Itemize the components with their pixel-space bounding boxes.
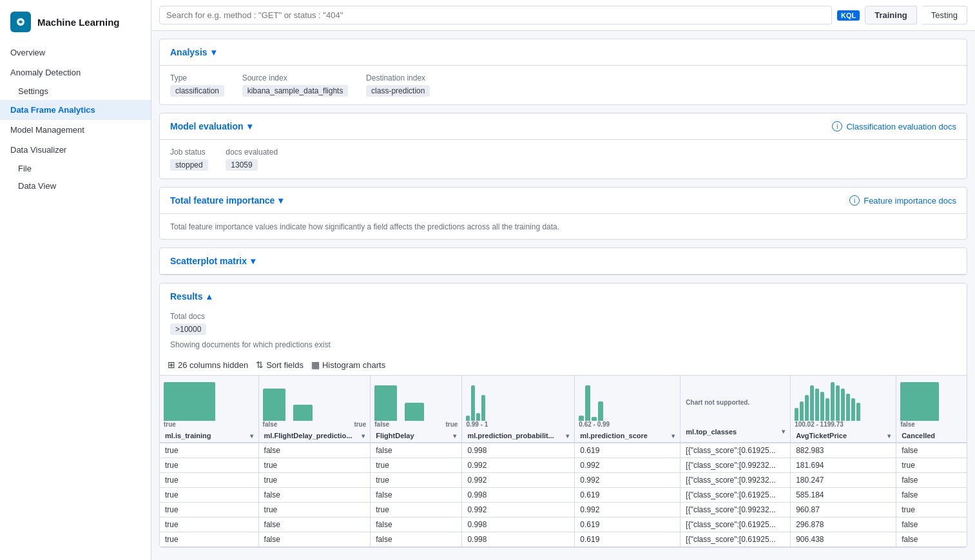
- cell-row5-col1: false: [258, 517, 371, 532]
- cell-row5-col4: 0.619: [575, 517, 681, 532]
- cell-row0-col4: 0.619: [575, 443, 681, 458]
- results-body-top: Total docs >10000: [160, 304, 967, 340]
- cell-row4-col7: true: [896, 503, 967, 517]
- histogram-charts-btn[interactable]: ▦ Histogram charts: [311, 360, 385, 370]
- total-docs-value: >10000: [170, 323, 206, 335]
- job-status-value: stopped: [170, 159, 208, 171]
- cell-row3-col1: false: [258, 488, 371, 503]
- cell-row6-col4: 0.619: [575, 532, 681, 547]
- table-row: truetruetrue0.9920.992[{"class_score":[0…: [160, 458, 967, 473]
- table-row: truefalsefalse0.9980.619[{"class_score":…: [160, 532, 967, 547]
- sidebar-header: Machine Learning: [0, 5, 151, 43]
- results-header: Results: [160, 284, 967, 304]
- sidebar-item-data-frame-analytics[interactable]: Data Frame Analytics: [0, 100, 151, 120]
- col-is-training-chevron: ▾: [250, 432, 253, 439]
- feature-importance-docs-link[interactable]: i Feature importance docs: [849, 195, 956, 206]
- cell-row0-col1: false: [258, 443, 371, 458]
- col-cancelled: false Cancelled: [896, 376, 967, 443]
- sidebar-item-model-management[interactable]: Model Management: [0, 120, 151, 140]
- kql-badge[interactable]: KQL: [837, 10, 860, 21]
- sort-fields-btn[interactable]: ⇅ Sort fields: [256, 360, 304, 370]
- scatterplot-section: Scatterplot matrix: [159, 247, 967, 275]
- model-eval-chevron: [247, 121, 252, 131]
- cell-row0-col2: false: [371, 443, 462, 458]
- classification-eval-docs-link[interactable]: i Classification evaluation docs: [832, 121, 956, 131]
- cell-row1-col4: 0.992: [575, 458, 681, 473]
- sidebar-item-overview[interactable]: Overview: [0, 43, 151, 63]
- cell-row1-col0: true: [160, 458, 258, 473]
- cell-row2-col1: true: [258, 473, 371, 488]
- cell-row2-col5: [{"class_score":[0.99232...: [681, 473, 791, 488]
- sidebar-item-data-view[interactable]: Data View: [0, 177, 151, 195]
- sidebar-item-anomaly-detection[interactable]: Anomaly Detection: [0, 63, 151, 82]
- model-evaluation-section: Model evaluation i Classification evalua…: [159, 113, 967, 179]
- cell-row5-col3: 0.998: [462, 517, 575, 532]
- cell-row5-col7: false: [896, 517, 967, 532]
- cell-row4-col5: [{"class_score":[0.99232...: [681, 503, 791, 517]
- sidebar-item-file[interactable]: File: [0, 160, 151, 177]
- cell-row0-col5: [{"class_score":[0.61925...: [681, 443, 791, 458]
- info-icon: i: [832, 121, 842, 131]
- cell-row1-col2: true: [371, 458, 462, 473]
- cell-row3-col4: 0.619: [575, 488, 681, 503]
- scatterplot-header: Scatterplot matrix: [160, 248, 967, 275]
- feature-importance-section: Total feature importance i Feature impor…: [159, 187, 967, 240]
- cell-row6-col5: [{"class_score":[0.61925...: [681, 532, 791, 547]
- col-top-classes: Chart not supported. ml.top_classes ▾: [681, 376, 791, 443]
- col-flight-delay-chevron: ▾: [453, 432, 456, 439]
- results-table-wrap: true ml.is_training ▾: [160, 376, 967, 547]
- results-title[interactable]: Results: [170, 291, 956, 302]
- cell-row6-col0: true: [160, 532, 258, 547]
- cell-row6-col1: false: [258, 532, 371, 547]
- cell-row3-col0: true: [160, 488, 258, 503]
- columns-hidden-toggle[interactable]: ⊞ 26 columns hidden: [168, 360, 248, 370]
- col-pred-score: 0.62 - 0.99 ml.prediction_score ▾: [575, 376, 681, 443]
- col-avg-ticket-price: 100.02 - 1199.73 AvgTicketPrice ▾: [791, 376, 896, 443]
- cell-row5-col0: true: [160, 517, 258, 532]
- cell-row0-col3: 0.998: [462, 443, 575, 458]
- cell-row5-col6: 296.878: [791, 517, 896, 532]
- results-toolbar: ⊞ 26 columns hidden ⇅ Sort fields ▦ Hist…: [160, 354, 967, 376]
- cell-row2-col7: false: [896, 473, 967, 488]
- sidebar: Machine Learning Overview Anomaly Detect…: [0, 0, 151, 560]
- dest-index-field: Destination index class-prediction: [366, 73, 430, 97]
- table-row: truefalsefalse0.9980.619[{"class_score":…: [160, 443, 967, 458]
- dest-index-value: class-prediction: [366, 85, 430, 97]
- cell-row6-col3: 0.998: [462, 532, 575, 547]
- col-pred-prob-chevron: ▾: [566, 432, 569, 439]
- col-pred-prob: 0.99 - 1 ml.prediction_probabilit... ▾: [462, 376, 575, 443]
- col-avg-ticket-chevron: ▾: [887, 432, 891, 439]
- docs-evaluated-field: docs evaluated 13059: [226, 148, 278, 171]
- training-tab[interactable]: Training: [865, 6, 917, 24]
- main-content: KQL Training Testing Analysis Type class…: [151, 0, 975, 560]
- analysis-title[interactable]: Analysis: [170, 47, 216, 57]
- feature-importance-chevron: [278, 195, 283, 206]
- cell-row0-col7: false: [896, 443, 967, 458]
- cell-row3-col2: false: [371, 488, 462, 503]
- model-eval-title[interactable]: Model evaluation: [170, 121, 252, 131]
- table-row: truetruetrue0.9920.992[{"class_score":[0…: [160, 503, 967, 517]
- sidebar-item-settings[interactable]: Settings: [0, 82, 151, 100]
- search-input[interactable]: [159, 6, 832, 24]
- model-eval-header: Model evaluation i Classification evalua…: [160, 113, 967, 140]
- columns-icon: ⊞: [168, 360, 175, 370]
- feature-importance-header: Total feature importance i Feature impor…: [160, 188, 967, 214]
- scatterplot-title[interactable]: Scatterplot matrix: [170, 256, 255, 266]
- sidebar-item-data-visualizer[interactable]: Data Visualizer: [0, 140, 151, 160]
- type-value: classification: [170, 85, 224, 97]
- docs-evaluated-value: 13059: [226, 159, 257, 171]
- col-flight-delay-pred-chevron: ▾: [362, 432, 365, 439]
- cell-row1-col5: [{"class_score":[0.99232...: [681, 458, 791, 473]
- cell-row3-col3: 0.998: [462, 488, 575, 503]
- cell-row5-col5: [{"class_score":[0.61925...: [681, 517, 791, 532]
- col-ml-is-training: true ml.is_training ▾: [160, 376, 258, 443]
- type-field: Type classification: [170, 73, 224, 97]
- scatterplot-chevron: [251, 256, 255, 266]
- cell-row1-col6: 181.694: [791, 458, 896, 473]
- cell-row2-col4: 0.992: [575, 473, 681, 488]
- analysis-chevron: [211, 47, 216, 57]
- testing-tab[interactable]: Testing: [922, 6, 967, 24]
- cell-row4-col4: 0.992: [575, 503, 681, 517]
- cell-row3-col7: false: [896, 488, 967, 503]
- feature-importance-title[interactable]: Total feature importance: [170, 195, 283, 206]
